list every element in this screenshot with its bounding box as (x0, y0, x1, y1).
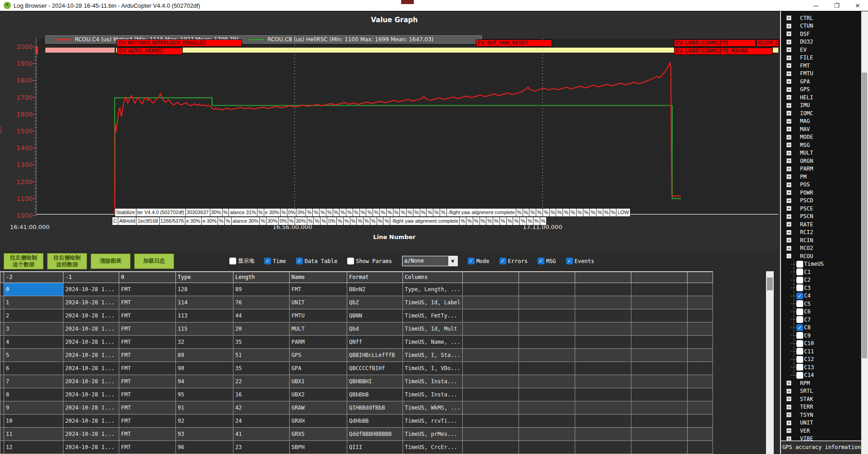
tree-item-CTRL[interactable]: +CTRL (781, 14, 861, 22)
tree-child-C4[interactable]: ✓C4 (781, 292, 861, 300)
table-cell[interactable]: 2024-10-28 1... (63, 283, 119, 296)
table-cell[interactable] (687, 296, 713, 309)
tree-item-MSG[interactable]: +MSG (781, 141, 861, 149)
column-header[interactable]: -2 (4, 272, 63, 283)
table-cell[interactable]: 94 (176, 375, 233, 388)
expand-icon[interactable]: + (786, 206, 791, 211)
table-cell[interactable]: TimeUS, prMes... (403, 427, 463, 440)
checkbox-left-0[interactable]: 显示地 (229, 257, 254, 265)
table-cell[interactable] (687, 440, 713, 454)
table-scrollbar-thumb[interactable] (767, 278, 773, 290)
table-cell[interactable] (687, 283, 713, 296)
expand-icon[interactable]: + (786, 119, 791, 124)
table-cell[interactable]: GRXS (290, 427, 347, 440)
table-cell[interactable]: TimeUS, rcvTi... (403, 414, 463, 427)
column-header[interactable]: Type (176, 272, 233, 283)
table-cell[interactable]: 115 (176, 322, 233, 335)
expand-icon[interactable]: + (786, 151, 791, 156)
toolbar-button-0[interactable]: 往左侧绘制 这个数据 (4, 253, 44, 269)
tree-item-IMU[interactable]: +IMU (781, 102, 861, 110)
maximize-button[interactable]: ❐ (826, 0, 847, 11)
table-row[interactable]: 102024-10-28 1...FMT9224GRXHQdHbBBTimeUS… (0, 414, 713, 427)
expand-icon[interactable]: + (786, 420, 791, 425)
table-cell[interactable] (575, 335, 631, 348)
checked-checkbox-icon[interactable]: ✓ (264, 258, 271, 264)
table-row[interactable]: 22024-10-28 1...FMT11344FMTUQBNNTimeUS, … (0, 309, 713, 322)
tree-item-RPM[interactable]: +RPM (781, 379, 861, 387)
table-cell[interactable]: FMT (119, 414, 176, 427)
table-cell[interactable] (462, 283, 519, 296)
table-cell[interactable]: 3 (4, 322, 63, 335)
table-cell[interactable]: 16 (233, 388, 290, 401)
table-cell[interactable]: FMT (119, 361, 176, 375)
table-cell[interactable]: 0 (4, 283, 63, 296)
table-cell[interactable]: 92 (176, 414, 233, 427)
checkbox-right-3[interactable]: ✓Events (566, 258, 594, 264)
table-cell[interactable]: GRAW (290, 401, 347, 414)
table-cell[interactable] (687, 322, 713, 335)
table-cell[interactable] (575, 309, 631, 322)
sidebar-scrollbar[interactable] (861, 11, 868, 454)
expand-icon[interactable]: + (786, 135, 791, 140)
table-cell[interactable] (462, 335, 519, 348)
tree-child-C9[interactable]: C9 (781, 332, 861, 340)
tree-child-TimeUS[interactable]: TimeUS (781, 260, 861, 268)
table-cell[interactable]: FMT (119, 388, 176, 401)
table-cell[interactable]: 9 (4, 401, 63, 414)
table-cell[interactable] (575, 348, 631, 361)
table-cell[interactable]: GRXH (290, 414, 347, 427)
table-cell[interactable]: TimeUS, I, Sta... (403, 348, 463, 361)
tree-child-C6[interactable]: C6 (781, 308, 861, 316)
table-cell[interactable] (462, 388, 519, 401)
table-cell[interactable] (631, 388, 687, 401)
table-cell[interactable]: QIHBBddfBbB (347, 401, 403, 414)
filter-dropdown[interactable]: a/None▼ (402, 256, 458, 266)
expand-icon[interactable]: + (786, 55, 791, 60)
expand-icon[interactable]: + (786, 222, 791, 227)
table-cell[interactable]: 2024-10-28 1... (63, 414, 119, 427)
table-cell[interactable]: 22 (233, 375, 290, 388)
table-cell[interactable]: 90 (176, 361, 233, 375)
sidebar-scrollbar-thumb[interactable] (862, 73, 867, 358)
tree-item-MAG[interactable]: +MAG (781, 117, 861, 126)
tree-item-PM[interactable]: +PM (781, 173, 861, 181)
table-cell[interactable]: 4 (4, 335, 63, 348)
table-cell[interactable]: 89 (176, 348, 233, 361)
table-cell[interactable]: TimeUS, Id, Label (403, 296, 463, 309)
table-cell[interactable]: 7 (4, 375, 63, 388)
table-cell[interactable]: QBBIHBcLLefffB (347, 348, 403, 361)
expand-icon[interactable]: + (786, 95, 791, 100)
tree-child-C1[interactable]: C1 (781, 268, 861, 276)
expand-icon[interactable]: + (786, 15, 791, 20)
unchecked-checkbox-icon[interactable] (796, 261, 803, 268)
expand-icon[interactable]: + (786, 39, 791, 44)
table-cell[interactable]: FMT (119, 322, 176, 335)
table-cell[interactable]: 95 (176, 388, 233, 401)
table-cell[interactable] (462, 361, 519, 375)
table-row[interactable]: 32024-10-28 1...FMT11520MULTQbdTimeUS, I… (0, 322, 713, 335)
table-cell[interactable]: FMT (290, 283, 347, 296)
expand-icon[interactable]: + (786, 428, 791, 433)
table-cell[interactable] (519, 361, 575, 375)
table-cell[interactable] (519, 296, 575, 309)
table-row[interactable]: 12024-10-28 1...FMT11476UNITQbZTimeUS, I… (0, 296, 713, 309)
expand-icon[interactable]: + (786, 87, 791, 92)
table-cell[interactable]: FMT (119, 375, 176, 388)
table-row[interactable]: 92024-10-28 1...FMT9142GRAWQIHBBddfBbBTi… (0, 401, 713, 414)
tree-child-C2[interactable]: C2 (781, 276, 861, 284)
column-header[interactable]: 0 (119, 272, 176, 283)
column-header[interactable]: Format (347, 272, 403, 283)
table-cell[interactable] (462, 309, 519, 322)
table-row[interactable]: 02024-10-28 1...FMT12889FMTBBnNZType, Le… (0, 283, 713, 296)
table-cell[interactable] (687, 309, 713, 322)
expand-icon[interactable]: + (786, 158, 791, 163)
table-cell[interactable]: 35 (233, 361, 290, 375)
table-cell[interactable]: QBCCCCfBIHf (347, 361, 403, 375)
expand-icon[interactable]: + (786, 198, 791, 203)
table-cell[interactable]: 96 (176, 440, 233, 454)
unchecked-checkbox-icon[interactable] (796, 300, 803, 307)
table-cell[interactable]: 2024-10-28 1... (63, 440, 119, 454)
tree-item-FMT[interactable]: +FMT (781, 62, 861, 70)
table-cell[interactable]: 2024-10-28 1... (63, 335, 119, 348)
tree-item-VER[interactable]: +VER (781, 427, 861, 435)
